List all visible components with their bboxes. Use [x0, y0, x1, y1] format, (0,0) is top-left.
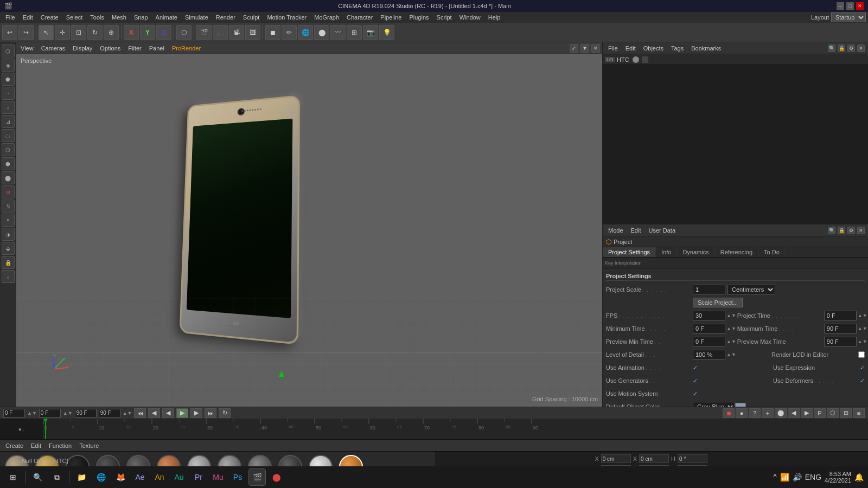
- render-lod-check[interactable]: [858, 351, 865, 358]
- tl-help[interactable]: ?: [749, 408, 761, 418]
- lod-arrow[interactable]: ▲▼: [726, 352, 736, 357]
- use-deformers-check[interactable]: [860, 377, 865, 384]
- vp-tab-view[interactable]: View: [18, 44, 36, 53]
- tl-loop[interactable]: ↻: [219, 408, 231, 418]
- obj-lock[interactable]: 🔒: [838, 44, 845, 52]
- htc-visibility[interactable]: [633, 56, 639, 63]
- tool-z-axis[interactable]: Z: [156, 25, 171, 40]
- taskbar-aftereffects[interactable]: Ae: [131, 468, 149, 486]
- end-frame2-input[interactable]: [99, 409, 120, 418]
- tl-record[interactable]: ⏺: [723, 408, 735, 418]
- use-expression-check[interactable]: [860, 364, 865, 371]
- view-front[interactable]: ◼: [265, 25, 280, 40]
- tool-x-axis[interactable]: X: [124, 25, 139, 40]
- prop-user-data[interactable]: User Data: [647, 227, 678, 234]
- tab-info[interactable]: Info: [656, 247, 677, 257]
- tool-polygon-mode[interactable]: ◈: [2, 59, 15, 72]
- scale-project-button[interactable]: Scale Project...: [693, 298, 743, 307]
- tool-13[interactable]: ⌖: [2, 214, 15, 227]
- taskbar-audition[interactable]: Au: [170, 468, 188, 486]
- taskbar-explorer[interactable]: 📁: [73, 468, 90, 486]
- tl-play[interactable]: ▶: [176, 408, 188, 418]
- mat-edit[interactable]: Edit: [29, 442, 43, 450]
- max-time-input[interactable]: [824, 324, 857, 333]
- tl-prev-frame[interactable]: ◀: [148, 408, 160, 418]
- tool-redo[interactable]: ↪: [18, 25, 34, 40]
- tab-dynamics[interactable]: Dynamics: [677, 247, 714, 257]
- tool-uv[interactable]: ⬦: [2, 101, 15, 114]
- taskbar-premiere[interactable]: Pr: [190, 468, 207, 486]
- tl-play-back[interactable]: ◀: [162, 408, 174, 418]
- obj-file-btn[interactable]: File: [606, 44, 620, 52]
- tool-17[interactable]: ⬦: [2, 270, 15, 283]
- view-camera[interactable]: 📷: [363, 25, 378, 40]
- vp-tab-cameras[interactable]: Cameras: [39, 44, 68, 53]
- systray-wifi[interactable]: 📶: [780, 473, 789, 481]
- tool-12[interactable]: 𝕊: [2, 200, 15, 213]
- menu-file[interactable]: File: [2, 13, 18, 22]
- tool-rotate[interactable]: ↻: [87, 25, 103, 40]
- menu-mograph[interactable]: MoGraph: [311, 13, 342, 22]
- menu-tools[interactable]: Tools: [87, 13, 107, 22]
- taskbar-ae2[interactable]: An: [151, 468, 168, 486]
- minimize-button[interactable]: ─: [837, 2, 844, 10]
- use-generators-check[interactable]: [693, 377, 698, 384]
- tool-select[interactable]: ↖: [39, 25, 54, 40]
- prop-edit[interactable]: Edit: [629, 227, 643, 234]
- tool-7[interactable]: ◌: [2, 129, 15, 142]
- tool-y-axis[interactable]: Y: [140, 25, 155, 40]
- systray-lang[interactable]: ENG: [805, 473, 821, 481]
- tool-10[interactable]: ⬤: [2, 171, 15, 184]
- taskbar-taskview[interactable]: ⧉: [48, 468, 66, 486]
- taskbar-active-cinema[interactable]: 🎬: [248, 468, 266, 486]
- taskbar-chrome[interactable]: 🌐: [92, 468, 110, 486]
- layout-dropdown[interactable]: Startup: [831, 12, 866, 22]
- prop-lock[interactable]: 🔒: [838, 227, 845, 234]
- tl-goto-end[interactable]: ⏭: [205, 408, 216, 418]
- taskbar-muse[interactable]: Mu: [209, 468, 227, 486]
- obj-tags-btn[interactable]: Tags: [669, 44, 686, 52]
- tl-next-frame[interactable]: ▶: [190, 408, 202, 418]
- menu-pipeline[interactable]: Pipeline: [377, 13, 405, 22]
- render-4[interactable]: 🖼: [245, 25, 260, 40]
- tab-todo[interactable]: To Do: [758, 247, 786, 257]
- end-frame-input[interactable]: [75, 409, 97, 418]
- tl-settings2[interactable]: ≡: [853, 408, 865, 418]
- vp-maximize[interactable]: ⤢: [570, 44, 578, 53]
- obj-search[interactable]: 🔍: [828, 44, 835, 52]
- tool-16[interactable]: 🔒: [2, 256, 15, 269]
- vp-settings[interactable]: ▼: [580, 44, 589, 53]
- sframe-arrow[interactable]: ▲▼: [63, 410, 73, 416]
- tool-edge-mode[interactable]: ⬟: [2, 73, 15, 86]
- tool-point-mode[interactable]: ⬝: [2, 87, 15, 100]
- use-motion-check[interactable]: [693, 390, 698, 397]
- tool-15[interactable]: ⬙: [2, 242, 15, 255]
- taskbar-ps[interactable]: Ps: [229, 468, 246, 486]
- obj-close[interactable]: ✕: [857, 44, 865, 52]
- prop-search[interactable]: 🔍: [828, 227, 835, 234]
- vp-tab-panel[interactable]: Panel: [147, 44, 167, 53]
- tool-undo[interactable]: ↩: [2, 25, 17, 40]
- prop-close[interactable]: ✕: [857, 227, 865, 234]
- current-frame-input[interactable]: [3, 409, 25, 418]
- render-preview[interactable]: 🎬: [196, 25, 212, 40]
- eframe-arrow[interactable]: ▲▼: [123, 410, 132, 416]
- vp-close[interactable]: ✕: [591, 44, 600, 53]
- pvmax-arrow[interactable]: ▲▼: [858, 339, 867, 344]
- render-3[interactable]: 📽: [229, 25, 244, 40]
- tool-9[interactable]: ⬢: [2, 157, 15, 170]
- menu-sculpt[interactable]: Sculpt: [240, 13, 263, 22]
- tab-project-settings[interactable]: Project Settings: [603, 247, 656, 257]
- vp-tab-prorender[interactable]: ProRender: [170, 44, 203, 53]
- start-button[interactable]: ⊞: [4, 468, 22, 486]
- tool-6[interactable]: ⊿: [2, 115, 15, 128]
- menu-script[interactable]: Script: [433, 13, 455, 22]
- vp-tab-options[interactable]: Options: [98, 44, 123, 53]
- tool-object-mode[interactable]: ⬡: [2, 44, 15, 57]
- taskbar-search[interactable]: 🔍: [29, 468, 46, 486]
- menu-simulate[interactable]: Simulate: [182, 13, 212, 22]
- view-sculpt[interactable]: 🌐: [298, 25, 313, 40]
- tool-scale[interactable]: ⊡: [71, 25, 86, 40]
- h-input[interactable]: [678, 454, 707, 463]
- tool-all[interactable]: ⊕: [104, 25, 119, 40]
